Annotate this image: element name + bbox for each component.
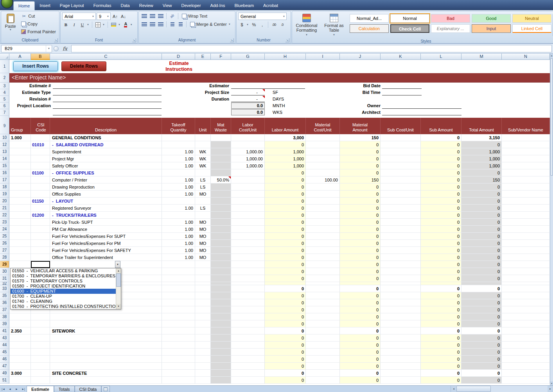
cell-h27[interactable]: 0	[265, 247, 306, 254]
alignment-dialog-launcher[interactable]: ↘	[230, 38, 234, 42]
cell-k33[interactable]	[381, 285, 421, 292]
cell-b26[interactable]	[31, 240, 50, 247]
cell-d37[interactable]	[162, 306, 195, 313]
cell-n45[interactable]	[502, 349, 550, 356]
row-header-1[interactable]: 1	[0, 60, 9, 73]
cell-e16[interactable]	[195, 169, 211, 176]
row-header-21[interactable]: 21	[0, 205, 9, 212]
cell-e43[interactable]	[195, 334, 211, 342]
cell-f17[interactable]: 50.0%	[211, 176, 231, 183]
dropdown-scroll-up-icon[interactable]: ▲	[116, 268, 121, 273]
wrap-text-button[interactable]: Wrap Text	[180, 13, 209, 20]
cell-b14[interactable]	[31, 155, 50, 162]
cell-e25[interactable]: MO	[195, 233, 211, 240]
cell-b49[interactable]	[31, 370, 50, 377]
cell-n38[interactable]	[502, 313, 550, 320]
cell-f22[interactable]	[211, 212, 231, 219]
cell-a24[interactable]	[9, 226, 31, 233]
cell-f36[interactable]	[211, 299, 231, 306]
cell-j28[interactable]: 0	[340, 254, 381, 261]
cell-h43[interactable]: 0	[265, 334, 306, 342]
cell-e32[interactable]	[195, 282, 211, 285]
cell-m31[interactable]: 0	[461, 275, 502, 282]
cell-h47[interactable]: 0	[265, 363, 306, 370]
cell-i14[interactable]	[306, 155, 340, 162]
cell-k36[interactable]	[381, 299, 421, 306]
cell-l13[interactable]: 0	[421, 148, 461, 155]
column-header-j[interactable]: J	[340, 54, 381, 60]
cell-l46[interactable]: 0	[421, 356, 461, 363]
cell-k43[interactable]	[381, 334, 421, 342]
cell-g51[interactable]	[231, 377, 265, 384]
cell-n19[interactable]	[502, 191, 550, 198]
ribbon-tab-view[interactable]: View	[158, 1, 177, 10]
style-normal-ad[interactable]: Normal_Ad...	[350, 14, 389, 23]
cell-l16[interactable]: 0	[421, 169, 461, 176]
format-painter-button[interactable]: Format Painter	[20, 28, 57, 35]
cell-h15[interactable]: 1,000	[265, 162, 306, 169]
increase-decimal-button[interactable]: .00	[270, 21, 278, 28]
horizontal-scroll-thumb[interactable]	[456, 386, 491, 392]
cell-j45[interactable]: 0	[340, 349, 381, 356]
cell-i21[interactable]	[306, 205, 340, 212]
bid-time-field[interactable]	[382, 89, 422, 95]
cell-a10[interactable]: 1.000	[9, 134, 31, 141]
cell-a29[interactable]	[9, 261, 31, 268]
cell-n39[interactable]	[502, 320, 550, 327]
cell-f14[interactable]	[211, 155, 231, 162]
cell-g23[interactable]	[231, 219, 265, 226]
cell-f29[interactable]	[211, 261, 231, 268]
cell-i36[interactable]	[306, 299, 340, 306]
cell-i47[interactable]	[306, 363, 340, 370]
cell-n21[interactable]	[502, 205, 550, 212]
dropdown-item-01570[interactable]: 01570 - TEMPORARY CONTROLS	[11, 279, 116, 284]
row-header-4[interactable]: 4	[0, 89, 9, 96]
row-header-20[interactable]: 20	[0, 198, 9, 205]
cell-n41[interactable]	[502, 327, 550, 334]
cell-m20[interactable]: 0	[461, 198, 502, 205]
cell-k51[interactable]	[381, 377, 421, 384]
cell-f13[interactable]	[211, 148, 231, 155]
cell-d31[interactable]	[162, 275, 195, 282]
cell-d49[interactable]	[162, 370, 195, 377]
cell-h49[interactable]: 0	[265, 370, 306, 377]
insert-function-button[interactable]	[54, 46, 59, 51]
cell-h23[interactable]: 0	[265, 219, 306, 226]
row-header-43[interactable]: 43	[0, 334, 9, 342]
cell-g49[interactable]	[231, 370, 265, 377]
cell-m13[interactable]: 1,000	[461, 148, 502, 155]
cell-m30[interactable]: 0	[461, 268, 502, 275]
cell-a23[interactable]	[9, 219, 31, 226]
cell-e23[interactable]: MO	[195, 219, 211, 226]
cell-h22[interactable]: 0	[265, 212, 306, 219]
cell-d51[interactable]	[162, 377, 195, 384]
horizontal-scrollbar[interactable]: ◄ ►	[451, 386, 553, 392]
cell-e41[interactable]	[195, 327, 211, 334]
cell-k30[interactable]	[381, 268, 421, 275]
cell-i31[interactable]	[306, 275, 340, 282]
align-top-button[interactable]	[140, 13, 148, 20]
cell-m16[interactable]: 0	[461, 169, 502, 176]
cell-d46[interactable]	[162, 356, 195, 363]
cell-c15[interactable]: Safety Officer	[50, 162, 162, 169]
cell-g37[interactable]	[231, 306, 265, 313]
cell-e46[interactable]	[195, 356, 211, 363]
cell-m25[interactable]: 0	[461, 233, 502, 240]
cell-j25[interactable]: 0	[340, 233, 381, 240]
cell-f18[interactable]	[211, 183, 231, 191]
cell-j21[interactable]: 0	[340, 205, 381, 212]
dropdown-item-01600[interactable]: 01600 - EQUIPMENT	[11, 289, 116, 294]
cell-h17[interactable]: 0	[265, 176, 306, 183]
cell-k27[interactable]	[381, 247, 421, 254]
cell-e35[interactable]	[195, 292, 211, 299]
cell-k29[interactable]	[381, 261, 421, 268]
cell-f46[interactable]	[211, 356, 231, 363]
cell-m47[interactable]: 0	[461, 363, 502, 370]
cell-b39[interactable]	[31, 320, 50, 327]
cell-n37[interactable]	[502, 306, 550, 313]
cell-k19[interactable]	[381, 191, 421, 198]
cell-i44[interactable]	[306, 342, 340, 349]
ribbon-tab-developer[interactable]: Developer	[176, 1, 205, 10]
cell-g22[interactable]	[231, 212, 265, 219]
row-header-45[interactable]: 45	[0, 349, 9, 356]
